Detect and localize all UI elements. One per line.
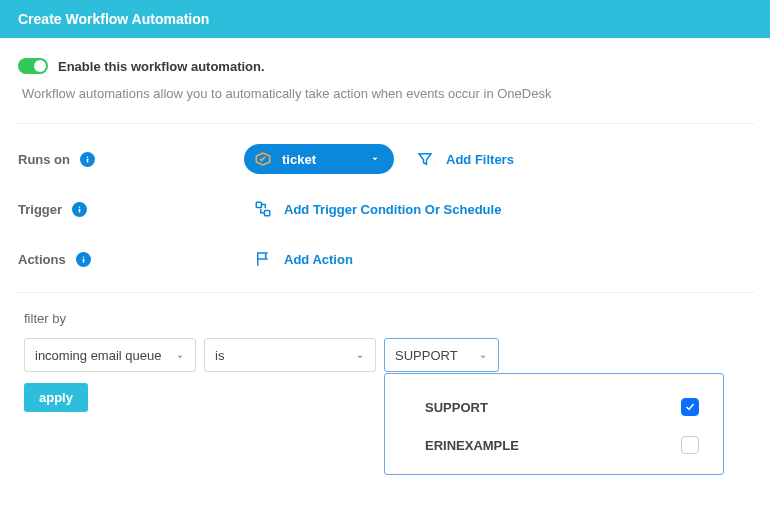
filter-value-wrapper: SUPPORT SUPPORT ERINEXAMPLE [384,338,499,372]
svg-rect-4 [256,202,261,207]
option-label: ERINEXAMPLE [425,438,519,453]
enable-description: Workflow automations allow you to automa… [18,86,752,101]
filter-field-value: incoming email queue [35,348,161,363]
trigger-row: Trigger Add Trigger Condition Or Schedul… [18,192,752,226]
add-filters-button[interactable]: Add Filters [416,150,514,168]
actions-label-wrap: Actions [18,252,238,267]
chevron-down-icon [478,350,488,360]
chevron-down-icon [370,151,380,167]
filter-operator-select[interactable]: is [204,338,376,372]
modal-header: Create Workflow Automation [0,0,770,38]
apply-button-label: apply [39,390,73,405]
divider-2 [16,292,754,293]
funnel-icon [416,150,434,168]
filter-value-select[interactable]: SUPPORT [384,338,499,372]
enable-label: Enable this workflow automation. [58,59,265,74]
chevron-down-icon [355,350,365,360]
flag-icon [254,250,272,268]
runs-on-label-wrap: Runs on [18,152,238,167]
filter-row: incoming email queue is SUPPORT SUPPORT [24,338,746,372]
add-trigger-button[interactable]: Add Trigger Condition Or Schedule [254,200,501,218]
enable-row: Enable this workflow automation. [18,58,752,74]
trigger-right: Add Trigger Condition Or Schedule [238,200,501,218]
svg-point-2 [79,206,81,208]
runs-on-label: Runs on [18,152,70,167]
filter-value-text: SUPPORT [395,348,458,363]
add-action-label: Add Action [284,252,353,267]
apply-button[interactable]: apply [24,383,88,412]
svg-rect-5 [265,211,270,216]
info-icon[interactable] [76,252,91,267]
ticket-pill-text: ticket [282,152,360,167]
filter-by-label: filter by [24,311,746,326]
filter-field-select[interactable]: incoming email queue [24,338,196,372]
modal-body: Enable this workflow automation. Workflo… [0,38,770,422]
ticket-icon [254,150,272,168]
actions-row: Actions Add Action [18,242,752,276]
add-filters-label: Add Filters [446,152,514,167]
checkbox-unchecked[interactable] [681,436,699,454]
filter-section: filter by incoming email queue is SUPPOR… [18,311,752,412]
enable-toggle[interactable] [18,58,48,74]
trigger-label-wrap: Trigger [18,202,238,217]
runs-on-right: ticket Add Filters [238,144,514,174]
svg-rect-3 [79,208,81,212]
filter-value-dropdown: SUPPORT ERINEXAMPLE [384,373,724,475]
info-icon[interactable] [80,152,95,167]
option-label: SUPPORT [425,400,488,415]
svg-point-6 [82,256,84,258]
divider-1 [16,123,754,124]
dropdown-option[interactable]: ERINEXAMPLE [421,426,703,464]
modal-title: Create Workflow Automation [18,11,209,27]
svg-rect-7 [82,258,84,262]
add-action-button[interactable]: Add Action [254,250,353,268]
ticket-pill[interactable]: ticket [244,144,394,174]
trigger-label: Trigger [18,202,62,217]
info-icon[interactable] [72,202,87,217]
runs-on-row: Runs on ticket Add Filters [18,142,752,176]
svg-rect-1 [87,158,89,162]
dropdown-option[interactable]: SUPPORT [421,388,703,426]
svg-point-0 [87,156,89,158]
chevron-down-icon [175,350,185,360]
checkbox-checked[interactable] [681,398,699,416]
trigger-icon [254,200,272,218]
add-trigger-label: Add Trigger Condition Or Schedule [284,202,501,217]
filter-operator-value: is [215,348,224,363]
actions-label: Actions [18,252,66,267]
actions-right: Add Action [238,250,353,268]
